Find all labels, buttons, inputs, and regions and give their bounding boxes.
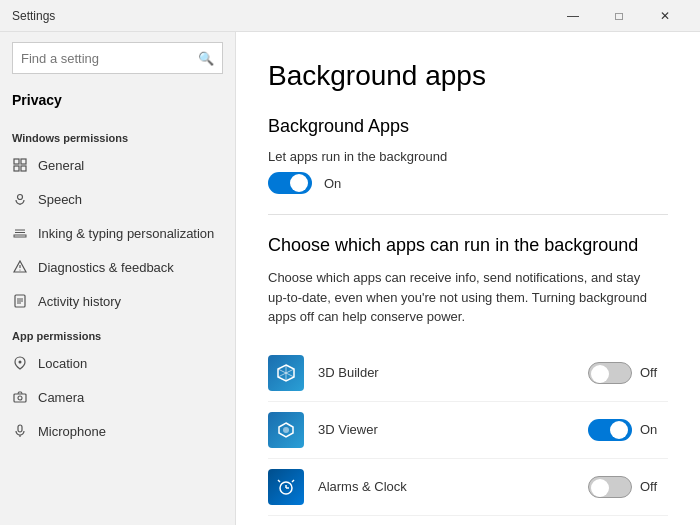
sidebar-label-location: Location xyxy=(38,356,87,371)
app-row-calculator: Calculator On xyxy=(268,516,668,526)
app-toggle-wrap-3dviewer: On xyxy=(588,419,668,441)
svg-rect-3 xyxy=(21,166,26,171)
speech-icon xyxy=(12,191,28,207)
general-icon xyxy=(12,157,28,173)
sidebar-item-general[interactable]: General xyxy=(0,148,235,182)
svg-rect-2 xyxy=(14,166,19,171)
divider xyxy=(268,214,668,215)
search-icon: 🔍 xyxy=(198,51,214,66)
sidebar-item-camera[interactable]: Camera xyxy=(0,380,235,414)
svg-point-4 xyxy=(18,195,23,200)
app-icon-alarms xyxy=(268,469,304,505)
app-toggle-text-3dbuilder: Off xyxy=(640,365,657,380)
titlebar: Settings — □ ✕ xyxy=(0,0,700,32)
sidebar-label-speech: Speech xyxy=(38,192,82,207)
sidebar-label-inking: Inking & typing personalization xyxy=(38,226,214,241)
app-toggle-knob-3dbuilder xyxy=(591,365,609,383)
svg-line-29 xyxy=(292,480,294,482)
sidebar-label-diagnostics: Diagnostics & feedback xyxy=(38,260,174,275)
sidebar: 🔍 Privacy Windows permissions General Sp… xyxy=(0,32,236,525)
activity-icon xyxy=(12,293,28,309)
app-icon-3dbuilder xyxy=(268,355,304,391)
page-title: Background apps xyxy=(268,60,668,92)
svg-line-28 xyxy=(278,480,280,482)
app-list: 3D Builder Off 3D Viewer On Al xyxy=(268,345,668,526)
privacy-header: Privacy xyxy=(0,84,235,120)
section1-title: Background Apps xyxy=(268,116,668,137)
search-input[interactable] xyxy=(21,51,198,66)
sidebar-item-activity[interactable]: Activity history xyxy=(0,284,235,318)
svg-rect-18 xyxy=(18,425,22,432)
window-title: Settings xyxy=(12,9,550,23)
search-box[interactable]: 🔍 xyxy=(12,42,223,74)
sidebar-item-microphone[interactable]: Microphone xyxy=(0,414,235,448)
main-layout: 🔍 Privacy Windows permissions General Sp… xyxy=(0,32,700,525)
app-toggle-knob-3dviewer xyxy=(610,421,628,439)
app-toggle-3dviewer[interactable] xyxy=(588,419,632,441)
close-button[interactable]: ✕ xyxy=(642,0,688,32)
windows-permissions-header: Windows permissions xyxy=(0,120,235,148)
sidebar-label-general: General xyxy=(38,158,84,173)
app-toggle-text-3dviewer: On xyxy=(640,422,657,437)
microphone-icon xyxy=(12,423,28,439)
app-icon-3dviewer xyxy=(268,412,304,448)
sidebar-label-camera: Camera xyxy=(38,390,84,405)
camera-icon xyxy=(12,389,28,405)
section2-desc: Choose which apps can receive info, send… xyxy=(268,268,648,327)
location-icon xyxy=(12,355,28,371)
sidebar-item-inking[interactable]: Inking & typing personalization xyxy=(0,216,235,250)
svg-rect-16 xyxy=(14,394,26,402)
content-area: Background apps Background Apps Let apps… xyxy=(236,32,700,525)
app-permissions-header: App permissions xyxy=(0,318,235,346)
section2-title: Choose which apps can run in the backgro… xyxy=(268,235,668,256)
sidebar-label-microphone: Microphone xyxy=(38,424,106,439)
main-toggle-row: On xyxy=(268,172,668,194)
svg-point-17 xyxy=(18,396,22,400)
minimize-button[interactable]: — xyxy=(550,0,596,32)
let-apps-label: Let apps run in the background xyxy=(268,149,447,164)
main-toggle-knob xyxy=(290,174,308,192)
app-toggle-wrap-alarms: Off xyxy=(588,476,668,498)
app-toggle-knob-alarms xyxy=(591,479,609,497)
svg-rect-1 xyxy=(21,159,26,164)
app-row-alarms: Alarms & Clock Off xyxy=(268,459,668,516)
app-row-3dbuilder: 3D Builder Off xyxy=(268,345,668,402)
svg-point-10 xyxy=(19,269,20,270)
svg-point-24 xyxy=(283,427,289,433)
main-toggle-text: On xyxy=(324,176,341,191)
app-toggle-wrap-3dbuilder: Off xyxy=(588,362,668,384)
diagnostics-icon xyxy=(12,259,28,275)
maximize-button[interactable]: □ xyxy=(596,0,642,32)
sidebar-item-diagnostics[interactable]: Diagnostics & feedback xyxy=(0,250,235,284)
app-name-3dviewer: 3D Viewer xyxy=(318,422,588,437)
svg-point-15 xyxy=(19,361,22,364)
sidebar-item-location[interactable]: Location xyxy=(0,346,235,380)
let-apps-row: Let apps run in the background xyxy=(268,149,668,164)
svg-rect-6 xyxy=(14,235,26,237)
app-toggle-alarms[interactable] xyxy=(588,476,632,498)
app-name-3dbuilder: 3D Builder xyxy=(318,365,588,380)
main-toggle[interactable] xyxy=(268,172,312,194)
app-row-3dviewer: 3D Viewer On xyxy=(268,402,668,459)
inking-icon xyxy=(12,225,28,241)
window-controls: — □ ✕ xyxy=(550,0,688,32)
app-toggle-3dbuilder[interactable] xyxy=(588,362,632,384)
app-toggle-text-alarms: Off xyxy=(640,479,657,494)
app-name-alarms: Alarms & Clock xyxy=(318,479,588,494)
svg-rect-0 xyxy=(14,159,19,164)
sidebar-item-speech[interactable]: Speech xyxy=(0,182,235,216)
sidebar-label-activity: Activity history xyxy=(38,294,121,309)
